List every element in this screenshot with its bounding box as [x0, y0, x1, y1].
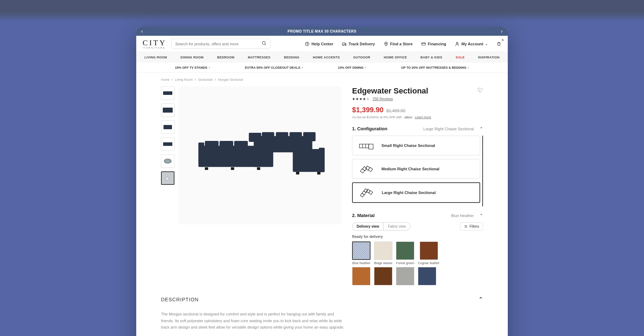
find-store-link[interactable]: Find a Store — [384, 41, 413, 46]
svg-rect-20 — [249, 133, 261, 142]
svg-rect-28 — [296, 172, 299, 174]
thumbnail-4[interactable] — [161, 137, 174, 151]
reviews-link[interactable]: 256 Reviews — [373, 97, 393, 101]
crumb-current: Morgan Sectional — [218, 78, 243, 81]
my-account-link[interactable]: My Account ⌄ — [455, 41, 488, 46]
track-delivery-link[interactable]: Track Delivery — [342, 41, 375, 46]
search-icon[interactable] — [261, 41, 266, 47]
svg-rect-24 — [303, 132, 315, 141]
config-option-small[interactable]: Small Right Chaise Sectional — [352, 136, 480, 155]
svg-rect-37 — [368, 167, 373, 172]
cart-count: 5 — [502, 39, 504, 42]
view-toggle: Delivery view Fabric view — [352, 222, 410, 230]
sectional-small-icon — [359, 141, 374, 150]
swatch-cognac-leather[interactable]: Cognac leather — [418, 241, 439, 265]
promo-dining[interactable]: 10% OFF DINING› — [338, 66, 366, 69]
stars-icon: ★★★★☆ — [352, 97, 370, 101]
nav-living-room[interactable]: LIVING ROOM — [144, 56, 167, 59]
svg-point-45 — [465, 226, 466, 226]
promo-row: 15% OFF TV STANDS› EXTRA 50% OFF CLOSEOU… — [136, 63, 508, 73]
swatch-beige-weave[interactable]: Beige weave — [374, 241, 392, 265]
promo-next-icon[interactable]: › — [501, 28, 503, 34]
nav-home-office[interactable]: HOME OFFICE — [384, 56, 407, 59]
logo[interactable]: CITY FURNITURE — [143, 39, 166, 49]
swatch-grey[interactable] — [396, 267, 414, 285]
help-center-link[interactable]: Help Center — [305, 41, 333, 46]
description-header[interactable]: DESCRIPTION ⌃ — [161, 296, 483, 305]
svg-rect-16 — [319, 148, 325, 172]
nav-home-accents[interactable]: HOME ACCENTS — [313, 56, 340, 59]
swatch-tan[interactable] — [352, 267, 370, 285]
product-title: Edgewater Sectional — [352, 86, 428, 96]
nav-baby-kids[interactable]: BABY & KIDS — [420, 56, 442, 59]
nav-mattresses[interactable]: MATTRESSES — [248, 56, 271, 59]
promo-prev-icon[interactable]: ‹ — [141, 28, 143, 34]
rating: ★★★★☆ 256 Reviews — [352, 97, 483, 101]
search-field[interactable] — [175, 42, 261, 46]
description-body: The Morgan sectional is designed for com… — [161, 311, 345, 331]
cart-button[interactable]: 5 — [496, 41, 501, 46]
price: $1,399.90 — [352, 106, 384, 114]
crumb-living-room[interactable]: Living Room — [175, 78, 192, 81]
app-frame: ‹ PROMO TITLE MAX 30 CHARACTERS › CITY F… — [136, 27, 508, 336]
affirm-logo: affirm — [403, 116, 413, 119]
svg-rect-26 — [231, 167, 234, 170]
material-header[interactable]: 2. Material Blue Heather ⌃ — [352, 213, 483, 218]
svg-rect-15 — [198, 142, 204, 167]
crumb-sectionals[interactable]: Sectionals — [198, 78, 213, 81]
promo-text: PROMO TITLE MAX 30 CHARACTERS — [288, 29, 357, 33]
search-input[interactable] — [171, 39, 270, 49]
nav-sale[interactable]: SALE — [456, 56, 465, 59]
delivery-view-button[interactable]: Delivery view — [352, 223, 384, 230]
chevron-right-icon: › — [468, 66, 469, 69]
swatch-blue-heather[interactable]: Blue heather — [352, 241, 370, 265]
nav-inspiration[interactable]: INSPIRATION — [478, 56, 500, 59]
svg-rect-30 — [360, 144, 369, 148]
thumbnail-1[interactable] — [161, 86, 174, 100]
svg-rect-25 — [205, 167, 208, 170]
header: CITY FURNITURE Help Center Track Deliver… — [136, 36, 508, 52]
thumbnail-3[interactable] — [161, 120, 174, 134]
financing-link[interactable]: Financing — [421, 41, 446, 46]
svg-rect-22 — [276, 132, 288, 141]
thumbnail-5[interactable] — [161, 154, 174, 168]
gallery — [161, 86, 341, 285]
chevron-up-icon: ⌃ — [478, 296, 483, 303]
svg-rect-29 — [317, 172, 320, 174]
chevron-right-icon: › — [302, 66, 303, 69]
swatch-row-2 — [352, 267, 483, 285]
svg-point-10 — [456, 42, 458, 44]
chevron-up-icon: ⌃ — [479, 126, 483, 131]
affirm-learn-more[interactable]: Learn more — [415, 115, 431, 119]
fabric-view-button[interactable]: Fabric view — [384, 223, 410, 230]
nav-bedding[interactable]: BEDDING — [284, 56, 299, 59]
material-section: 2. Material Blue Heather ⌃ Delivery view… — [352, 213, 483, 285]
favorite-button[interactable]: ♡ — [477, 86, 483, 94]
configuration-header[interactable]: 1. Configuration Large Right Chaise Sect… — [352, 126, 483, 131]
thumbnail-list — [161, 86, 174, 285]
breadcrumb: Home› Living Room› Sectionals› Morgan Se… — [136, 73, 508, 86]
crumb-home[interactable]: Home — [161, 78, 169, 81]
promo-mattress[interactable]: UP TO 20% OFF MATTRESSES & BEDDING› — [401, 66, 469, 69]
swatch-forest-green[interactable]: Forest green — [396, 241, 414, 265]
configuration-options[interactable]: Small Right Chaise Sectional Medium Righ… — [352, 136, 483, 206]
promo-closeout[interactable]: EXTRA 50% OFF CLOSEOUT DEALS› — [245, 66, 303, 69]
nav-dining-room[interactable]: DINING ROOM — [180, 56, 203, 59]
thumbnail-video[interactable] — [161, 171, 174, 185]
thumbnail-2[interactable] — [161, 103, 174, 117]
nav-outdoor[interactable]: OUTDOOR — [353, 56, 370, 59]
filters-icon — [464, 224, 468, 228]
svg-rect-14 — [293, 149, 322, 172]
config-option-large[interactable]: Large Right Chaise Sectional — [352, 182, 480, 203]
main-product-image[interactable] — [179, 86, 341, 224]
promo-tv-stands[interactable]: 15% OFF TV STANDS› — [175, 66, 210, 69]
price-original: $1,499.90 — [386, 108, 405, 113]
swatch-navy[interactable] — [418, 267, 436, 285]
swatch-row-1: Blue heather Beige weave Forest green Co… — [352, 241, 483, 265]
ready-label: Ready for delivery — [352, 235, 483, 239]
nav-bedroom[interactable]: BEDROOM — [217, 56, 234, 59]
product-area: Edgewater Sectional ♡ ★★★★☆ 256 Reviews … — [136, 86, 508, 285]
swatch-brown[interactable] — [374, 267, 392, 285]
config-option-medium[interactable]: Medium Right Chaise Sectional — [352, 159, 480, 179]
filters-button[interactable]: Filters — [460, 222, 483, 230]
